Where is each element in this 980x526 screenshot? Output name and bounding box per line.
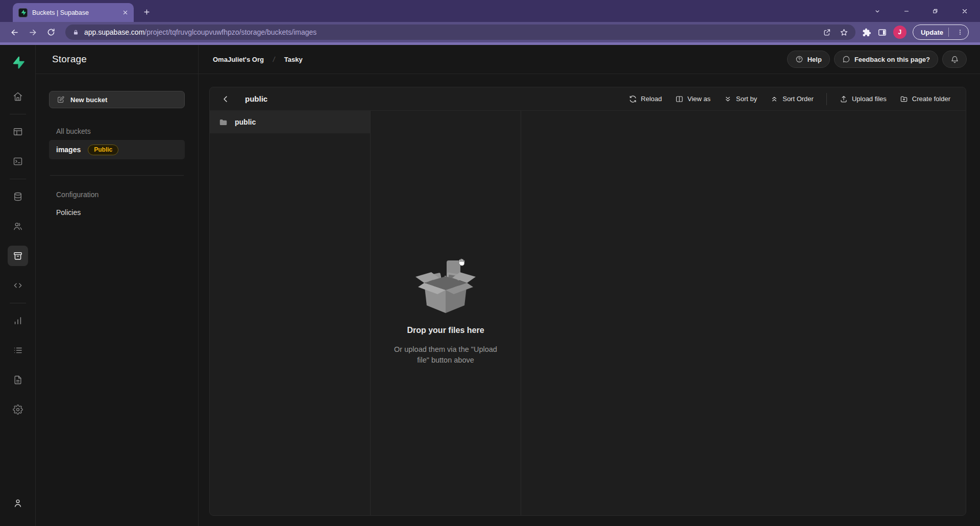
edit-icon [57,95,65,104]
browser-forward-icon[interactable] [24,24,41,40]
update-button[interactable]: Update [913,25,969,40]
url-path: /project/tqfruvglcoupvuwfhpzo/storage/bu… [144,28,316,36]
browser-tab[interactable]: Buckets | Supabase [13,3,134,22]
browser-toolbar: app.supabase.com/project/tqfruvglcoupvuw… [0,22,980,42]
sidebar-item-database[interactable] [8,186,28,207]
new-bucket-button[interactable]: New bucket [49,91,185,108]
window-close-icon[interactable] [949,0,980,22]
bucket-name: images [56,146,81,154]
refresh-icon [629,95,637,103]
chevrons-down-icon [724,95,732,103]
dropzone-subtitle: Or upload them via the "Upload file" but… [393,344,498,366]
toolbar-divider [826,93,827,105]
view-as-button[interactable]: View as [669,92,717,106]
window-restore-icon[interactable] [921,0,949,22]
sidebar-item-sql-editor[interactable] [8,151,28,172]
browser-menu-dots-icon[interactable] [954,29,966,36]
configuration-label: Configuration [49,190,185,199]
panel-divider [50,175,184,176]
browser-tabstrip: Buckets | Supabase [0,0,980,22]
main-header: OmaJuliet's Org / Tasky Help [199,45,980,74]
current-folder-title: public [245,94,267,103]
chevrons-up-icon [770,95,778,103]
supabase-logo-icon[interactable] [8,52,28,73]
view-as-label: View as [688,95,710,103]
sidebar-item-reports[interactable] [8,310,28,331]
upload-files-label: Upload files [852,95,887,103]
sidebar-item-logs[interactable] [8,340,28,361]
explorer-toolbar: public Reload [210,87,966,111]
page-title: Storage [52,54,87,65]
tab-title: Buckets | Supabase [32,9,116,16]
all-buckets-label: All buckets [49,127,185,135]
main-area: OmaJuliet's Org / Tasky Help [199,45,980,526]
tab-search-chevron-icon[interactable] [863,0,892,22]
reload-button[interactable]: Reload [622,92,669,106]
breadcrumb-org[interactable]: OmaJuliet's Org [213,56,264,63]
breadcrumb-project[interactable]: Tasky [284,56,303,63]
breadcrumb-separator: / [272,55,276,63]
extensions-puzzle-icon[interactable] [862,28,871,37]
folder-name: public [235,118,256,126]
rail-divider [10,303,26,303]
feedback-label: Feedback on this page? [854,56,930,63]
explorer-column-3[interactable] [521,111,966,515]
sidebar-item-storage[interactable] [8,246,28,266]
sidebar-item-settings[interactable] [8,399,28,420]
help-label: Help [807,56,822,63]
help-circle-icon [795,55,803,63]
file-explorer-panel: public Reload [209,87,966,516]
notifications-button[interactable] [942,51,967,68]
sidebar-item-table-editor[interactable] [8,122,28,142]
profile-avatar[interactable]: J [893,26,906,39]
folder-row-public[interactable]: public [210,111,370,133]
browser-back-icon[interactable] [6,24,22,40]
dropzone-title: Drop your files here [407,326,484,335]
bucket-item-images[interactable]: images Public [49,140,185,159]
supabase-favicon-icon [18,8,28,17]
public-badge: Public [88,145,118,155]
sidebar-item-docs[interactable] [8,370,28,390]
url-bar[interactable]: app.supabase.com/project/tqfruvglcoupvuw… [65,25,855,40]
explorer-column-2[interactable]: Drop your files here Or upload them via … [371,111,521,515]
upload-icon [840,95,848,103]
update-label: Update [921,29,943,36]
columns-icon [675,95,683,103]
sidebar-item-policies[interactable]: Policies [49,208,185,217]
lock-icon [72,29,79,36]
rail-divider [10,114,26,114]
rail-divider [10,179,26,179]
help-button[interactable]: Help [787,51,830,68]
breadcrumb: OmaJuliet's Org / Tasky [213,55,303,63]
screen: Buckets | Supabase [0,0,980,526]
sort-by-button[interactable]: Sort by [717,92,764,106]
browser-reload-icon[interactable] [43,24,59,40]
sidebar-item-home[interactable] [8,86,28,107]
open-box-illustration [414,260,477,314]
chat-bubble-icon [842,55,850,63]
sidebar-item-edge-functions[interactable] [8,275,28,296]
feedback-button[interactable]: Feedback on this page? [834,51,938,68]
new-tab-button[interactable] [139,4,154,19]
folder-plus-icon [900,95,908,103]
upload-files-button[interactable]: Upload files [833,92,893,106]
bookmark-star-icon[interactable] [840,28,848,37]
share-icon[interactable] [823,28,831,37]
sort-by-label: Sort by [736,95,757,103]
window-minimize-icon[interactable] [892,0,921,22]
sidebar-item-account[interactable] [8,493,28,513]
new-bucket-label: New bucket [70,96,107,104]
url-domain: app.supabase.com [84,28,144,36]
supabase-app: Storage New bucket All buckets images Pu… [0,45,980,526]
explorer-columns: public [210,111,966,515]
sidebar-item-authentication[interactable] [8,216,28,236]
sort-order-label: Sort Order [782,95,814,103]
reload-label: Reload [641,95,662,103]
tab-close-icon[interactable] [120,8,130,17]
window-controls [863,0,980,22]
create-folder-button[interactable]: Create folder [893,92,957,106]
side-panel-icon[interactable] [877,28,887,37]
sort-order-button[interactable]: Sort Order [764,92,820,106]
folder-back-button[interactable] [218,92,233,106]
folder-icon [218,117,228,127]
